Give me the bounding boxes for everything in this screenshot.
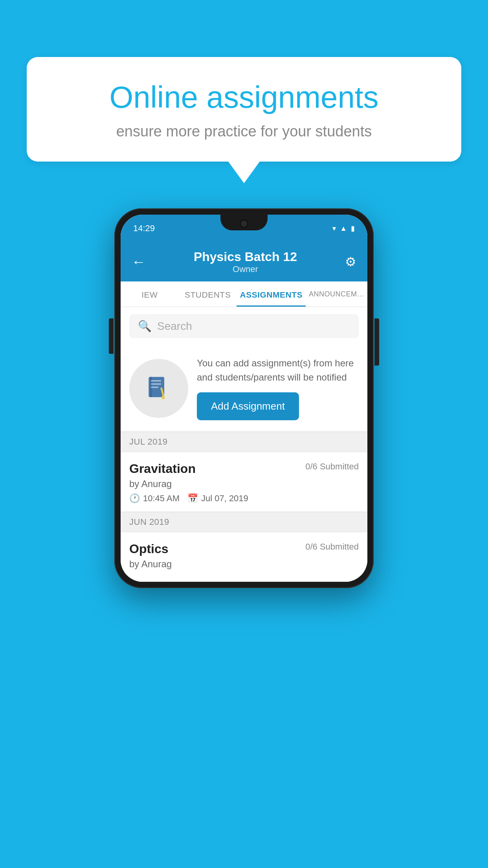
section-jun-2019: JUN 2019 (121, 512, 367, 532)
status-icons: ▾ ▲ ▮ (332, 224, 355, 233)
promo-description: You can add assignment(s) from here and … (197, 356, 359, 384)
tab-assignments[interactable]: ASSIGNMENTS (237, 281, 306, 307)
add-assignment-button[interactable]: Add Assignment (197, 392, 299, 420)
promo-text: You can add assignment(s) from here and … (197, 356, 359, 420)
camera-notch (240, 219, 248, 228)
assignment-optics-row-top: Optics 0/6 Submitted (129, 542, 359, 556)
phone-screen: 14:29 ▾ ▲ ▮ ← Physics Batch 12 Owner ⚙ (121, 215, 367, 582)
wifi-icon: ▾ (332, 224, 336, 233)
svg-rect-3 (151, 383, 161, 385)
section-jul-2019: JUL 2019 (121, 432, 367, 452)
speech-bubble-section: Online assignments ensure more practice … (27, 57, 461, 183)
svg-rect-2 (151, 380, 161, 382)
search-icon: 🔍 (138, 320, 152, 333)
bubble-arrow (228, 162, 260, 183)
phone-frame: 14:29 ▾ ▲ ▮ ← Physics Batch 12 Owner ⚙ (114, 208, 374, 588)
search-section: 🔍 Search (121, 307, 367, 345)
assignment-gravitation[interactable]: Gravitation 0/6 Submitted by Anurag 🕐 10… (121, 452, 367, 512)
assignment-optics-status: 0/6 Submitted (305, 542, 359, 552)
assignment-meta: 🕐 10:45 AM 📅 Jul 07, 2019 (129, 493, 359, 504)
page-subtitle: Owner (146, 264, 345, 274)
search-bar[interactable]: 🔍 Search (129, 314, 359, 338)
assignment-row-top: Gravitation 0/6 Submitted (129, 462, 359, 476)
calendar-icon: 📅 (187, 493, 198, 504)
tab-bar: IEW STUDENTS ASSIGNMENTS ANNOUNCEM… (121, 281, 367, 307)
meta-date: 📅 Jul 07, 2019 (187, 493, 248, 504)
bubble-title: Online assignments (54, 81, 434, 114)
notch-cutout (220, 215, 268, 230)
promo-icon-circle (129, 359, 188, 418)
assignment-author: by Anurag (129, 478, 359, 489)
assignment-optics-author: by Anurag (129, 559, 359, 570)
back-button[interactable]: ← (132, 254, 146, 270)
search-placeholder: Search (157, 320, 192, 333)
svg-rect-4 (151, 386, 158, 388)
settings-button[interactable]: ⚙ (345, 254, 356, 269)
status-time: 14:29 (133, 223, 155, 234)
battery-icon: ▮ (351, 224, 355, 233)
assignment-date: Jul 07, 2019 (201, 493, 248, 504)
speech-bubble: Online assignments ensure more practice … (27, 57, 461, 162)
bubble-subtitle: ensure more practice for your students (54, 123, 434, 140)
meta-time: 🕐 10:45 AM (129, 493, 180, 504)
header-title-wrap: Physics Batch 12 Owner (146, 250, 345, 274)
clock-icon: 🕐 (129, 493, 140, 504)
status-bar: 14:29 ▾ ▲ ▮ (121, 215, 367, 242)
assignment-optics-title: Optics (129, 542, 169, 556)
page-title: Physics Batch 12 (146, 250, 345, 264)
tab-iew[interactable]: IEW (121, 281, 179, 307)
tab-announcements[interactable]: ANNOUNCEM… (306, 281, 367, 307)
assignment-time: 10:45 AM (143, 493, 180, 504)
notebook-icon (145, 375, 172, 402)
assignment-status: 0/6 Submitted (305, 462, 359, 472)
phone-outer: 14:29 ▾ ▲ ▮ ← Physics Batch 12 Owner ⚙ (114, 208, 374, 588)
app-header: ← Physics Batch 12 Owner ⚙ (121, 242, 367, 281)
assignment-title: Gravitation (129, 462, 196, 476)
tab-students[interactable]: STUDENTS (179, 281, 237, 307)
signal-icon: ▲ (340, 224, 347, 233)
promo-block: You can add assignment(s) from here and … (121, 345, 367, 432)
assignment-optics[interactable]: Optics 0/6 Submitted by Anurag (121, 532, 367, 582)
